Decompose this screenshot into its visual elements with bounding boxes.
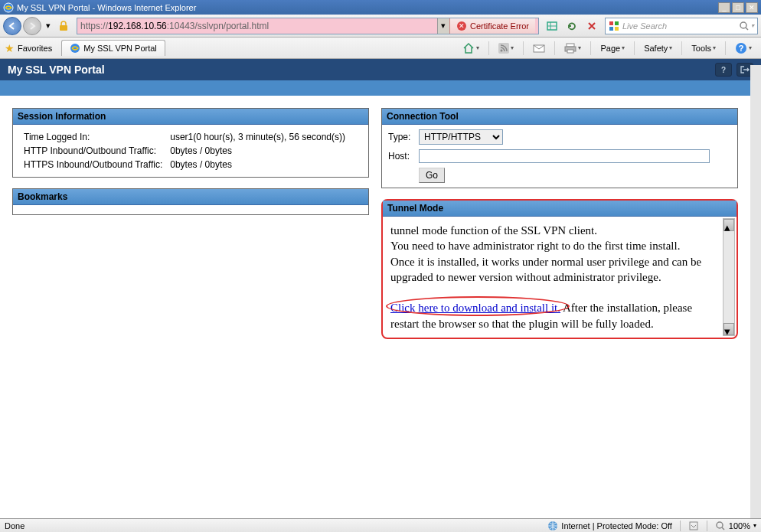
- portal-header: My SSL VPN Portal ?: [0, 59, 761, 80]
- svg-rect-8: [615, 27, 619, 31]
- svg-point-9: [740, 22, 746, 28]
- svg-rect-14: [567, 44, 574, 47]
- close-button[interactable]: ✕: [746, 2, 758, 13]
- favorites-bar: ★ Favorites My SSL VPN Portal ▾ ▾ ▾ Page…: [0, 38, 761, 59]
- host-label: Host:: [388, 151, 419, 162]
- ie-icon: [3, 2, 14, 13]
- scroll-down-button[interactable]: ▾: [723, 323, 734, 335]
- table-row: Time Logged In:user1(0 hour(s), 3 minute…: [21, 131, 348, 143]
- portal-content: Session Information Time Logged In:user1…: [0, 96, 761, 518]
- address-lock-icon: [57, 19, 70, 33]
- tunnel-header: Tunnel Mode: [383, 201, 737, 217]
- search-placeholder: Live Search: [622, 21, 667, 31]
- scroll-up-button[interactable]: ▴: [723, 219, 734, 231]
- navigation-toolbar: ▾ https://192.168.10.56:10443/sslvpn/por…: [0, 15, 761, 38]
- certificate-error[interactable]: ✕ Certificate Error: [449, 18, 535, 34]
- minimize-button[interactable]: _: [718, 2, 730, 13]
- browser-tab[interactable]: My SSL VPN Portal: [61, 40, 165, 56]
- connection-header: Connection Tool: [382, 109, 737, 125]
- go-button[interactable]: Go: [419, 168, 445, 183]
- zone-text: Internet | Protected Mode: Off: [561, 521, 672, 530]
- search-dropdown[interactable]: ▾: [751, 22, 754, 29]
- svg-rect-7: [609, 27, 613, 31]
- favorites-label[interactable]: Favorites: [18, 44, 52, 53]
- tunnel-panel: Tunnel Mode tunnel mode function of the …: [381, 199, 738, 339]
- svg-rect-5: [609, 21, 613, 25]
- favorites-star-icon[interactable]: ★: [5, 42, 15, 54]
- svg-point-12: [501, 49, 503, 51]
- url-text: https://192.168.10.56:10443/sslvpn/porta…: [80, 21, 437, 31]
- stop-button[interactable]: [583, 18, 601, 34]
- address-bar[interactable]: https://192.168.10.56:10443/sslvpn/porta…: [77, 18, 539, 34]
- print-button[interactable]: ▾: [560, 41, 586, 55]
- zoom-dropdown[interactable]: ▾: [753, 522, 756, 529]
- tools-menu[interactable]: Tools▾: [687, 42, 720, 54]
- zoom-icon[interactable]: [715, 521, 726, 531]
- svg-rect-6: [615, 21, 619, 25]
- window-titlebar: My SSL VPN Portal - Windows Internet Exp…: [0, 0, 761, 15]
- type-select[interactable]: HTTP/HTTPS: [419, 129, 503, 145]
- home-button[interactable]: ▾: [458, 41, 484, 56]
- left-column: Session Information Time Logged In:user1…: [12, 108, 369, 506]
- tab-title: My SSL VPN Portal: [83, 44, 157, 53]
- connection-panel: Connection Tool Type: HTTP/HTTPS Host: G…: [381, 108, 738, 188]
- svg-rect-20: [690, 522, 697, 530]
- bookmarks-panel: Bookmarks: [12, 188, 369, 215]
- page-scrollbar[interactable]: [750, 65, 761, 518]
- address-dropdown[interactable]: ▾: [437, 18, 449, 34]
- svg-point-21: [717, 522, 723, 528]
- internet-zone-icon: [547, 521, 558, 531]
- safety-menu[interactable]: Safety▾: [639, 42, 677, 54]
- zone-dropdown[interactable]: [688, 521, 699, 531]
- portal-help-button[interactable]: ?: [715, 63, 732, 77]
- portal-band: [0, 80, 761, 96]
- svg-rect-16: [567, 50, 573, 53]
- search-box[interactable]: Live Search ▾: [605, 18, 758, 34]
- session-panel: Session Information Time Logged In:user1…: [12, 108, 369, 178]
- host-input[interactable]: [419, 149, 710, 163]
- tunnel-text: tunnel mode function of the SSL VPN clie…: [390, 223, 721, 285]
- svg-text:✕: ✕: [459, 22, 465, 30]
- table-row: HTTPS Inbound/Outbound Traffic:0bytes / …: [21, 158, 348, 171]
- status-text: Done: [5, 521, 24, 530]
- svg-rect-1: [60, 25, 67, 31]
- session-table: Time Logged In:user1(0 hour(s), 3 minute…: [19, 129, 350, 172]
- live-search-icon: [609, 21, 619, 31]
- maximize-button[interactable]: □: [732, 2, 744, 13]
- portal-title: My SSL VPN Portal: [8, 64, 105, 76]
- zoom-level: 100%: [729, 521, 750, 530]
- feeds-button[interactable]: ▾: [494, 41, 518, 55]
- refresh-button[interactable]: [563, 18, 581, 34]
- compat-view-button[interactable]: [543, 18, 561, 34]
- status-bar: Done Internet | Protected Mode: Off 100%…: [0, 518, 761, 532]
- table-row: HTTP Inbound/Outbound Traffic:0bytes / 0…: [21, 145, 348, 157]
- page-menu[interactable]: Page▾: [596, 42, 629, 54]
- forward-button[interactable]: [23, 17, 41, 35]
- svg-text:?: ?: [739, 44, 744, 53]
- bookmarks-header: Bookmarks: [13, 189, 368, 205]
- back-button[interactable]: [3, 17, 21, 35]
- window-title: My SSL VPN Portal - Windows Internet Exp…: [17, 3, 718, 12]
- help-button[interactable]: ? ▾: [730, 41, 756, 56]
- session-header: Session Information: [13, 109, 368, 125]
- right-column: Connection Tool Type: HTTP/HTTPS Host: G…: [381, 108, 738, 506]
- type-label: Type:: [388, 132, 419, 142]
- read-mail-button[interactable]: [528, 41, 550, 55]
- download-install-link[interactable]: Click here to download and install it.: [390, 302, 560, 314]
- history-dropdown[interactable]: ▾: [43, 17, 54, 35]
- tunnel-scrollbar[interactable]: ▴ ▾: [723, 218, 735, 336]
- search-go-icon[interactable]: [739, 21, 750, 31]
- tunnel-body: tunnel mode function of the SSL VPN clie…: [383, 217, 737, 338]
- bookmarks-body: [13, 205, 368, 214]
- ie-tab-icon: [70, 43, 80, 54]
